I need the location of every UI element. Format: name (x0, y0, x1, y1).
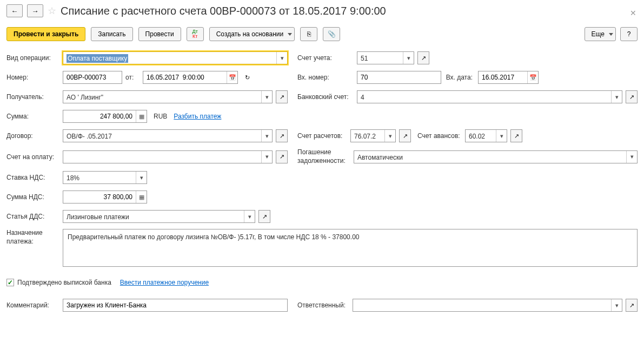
vat-sum-value[interactable] (63, 191, 136, 203)
post-button[interactable]: Провести (138, 27, 181, 41)
invoice-label: Счет на оплату: (6, 153, 59, 161)
dropdown-icon[interactable]: ▾ (611, 299, 622, 311)
calendar-icon[interactable]: 📅 (227, 71, 237, 83)
bank-account-input[interactable]: 4 ▾ (357, 90, 622, 103)
enter-payment-link[interactable]: Ввести платежное поручение (120, 279, 209, 286)
account-value: 51 (357, 52, 403, 64)
post-and-close-button[interactable]: Провести и закрыть (6, 27, 85, 41)
forward-button[interactable]: → (27, 4, 43, 17)
create-based-button[interactable]: Создать на основании (209, 27, 295, 41)
comment-label: Комментарий: (6, 301, 59, 309)
debt-value: Автоматически (354, 151, 626, 163)
split-payment-link[interactable]: Разбить платеж (174, 113, 221, 120)
operation-type-input[interactable]: Оплата поставщику ▾ (63, 51, 288, 64)
open-button[interactable]: ↗ (510, 129, 522, 142)
create-based-label: Создать на основании (216, 30, 284, 38)
confirmed-label: Подтверждено выпиской банка (17, 279, 111, 286)
invoice-value (63, 151, 261, 163)
purpose-label: Назначение платежа: (6, 229, 59, 246)
calculator-icon[interactable]: ▦ (136, 110, 147, 122)
bank-account-value: 4 (357, 91, 611, 103)
vat-sum-input[interactable]: ▦ (63, 191, 147, 203)
comment-input[interactable] (63, 299, 288, 312)
open-button[interactable]: ↗ (626, 299, 638, 312)
structure-button[interactable]: ⎘ (300, 27, 317, 41)
vat-sum-label: Сумма НДС: (6, 193, 59, 201)
responsible-label: Ответственный: (297, 301, 349, 309)
account-input[interactable]: 51 ▾ (357, 51, 414, 64)
open-button[interactable]: ↗ (276, 150, 288, 163)
settlement-acc-input[interactable]: 76.07.2 ▾ (350, 129, 396, 142)
purpose-input[interactable]: Предварительный платеж по договору лизин… (63, 229, 638, 267)
inc-number-label: Вх. номер: (297, 74, 354, 81)
dropdown-icon[interactable]: ▾ (244, 211, 255, 222)
dropdown-icon[interactable]: ▾ (626, 151, 637, 163)
vat-rate-input[interactable]: 18% ▾ (63, 171, 147, 184)
advance-acc-input[interactable]: 60.02 ▾ (465, 129, 507, 142)
dropdown-icon[interactable]: ▾ (276, 52, 287, 64)
from-label: от: (125, 74, 140, 81)
inc-date-input[interactable]: 📅 (478, 71, 539, 84)
settlement-acc-label: Счет расчетов: (297, 132, 347, 140)
invoice-input[interactable]: ▾ (63, 150, 273, 163)
save-button[interactable]: Записать (91, 27, 132, 41)
amount-value[interactable] (63, 110, 136, 122)
purpose-value: Предварительный платеж по договору лизин… (68, 233, 359, 241)
inc-date-label: Вх. дата: (444, 74, 475, 81)
currency-label: RUB (150, 113, 170, 120)
page-title: Списание с расчетного счета 00ВР-000073 … (61, 5, 638, 17)
dropdown-icon[interactable]: ▾ (261, 91, 272, 103)
open-button[interactable]: ↗ (276, 129, 288, 142)
more-button[interactable]: Еще (585, 27, 616, 41)
number-value[interactable] (63, 71, 122, 83)
back-button[interactable]: ← (6, 4, 23, 17)
contract-input[interactable]: ОВ/Ф- .05.2017 ▾ (63, 129, 273, 142)
comment-value[interactable] (63, 299, 287, 311)
date-input[interactable]: 📅 (143, 71, 238, 84)
vat-rate-value: 18% (63, 172, 136, 183)
amount-label: Сумма: (6, 113, 59, 120)
dropdown-icon[interactable]: ▾ (403, 52, 414, 64)
dropdown-icon[interactable]: ▾ (261, 130, 272, 142)
bank-account-label: Банковский счет: (297, 93, 354, 101)
open-button[interactable]: ↗ (417, 51, 429, 64)
advance-acc-label: Счет авансов: (414, 132, 462, 140)
debt-input[interactable]: Автоматически ▾ (354, 150, 638, 163)
advance-acc-value: 60.02 (466, 130, 496, 142)
open-button[interactable]: ↗ (399, 129, 411, 142)
attach-button[interactable]: 📎 (323, 27, 340, 41)
dropdown-icon[interactable]: ▾ (261, 151, 272, 163)
dropdown-icon[interactable]: ▾ (384, 130, 395, 142)
refresh-button[interactable]: ↻ (241, 71, 253, 84)
dropdown-icon[interactable]: ▾ (611, 91, 622, 103)
open-button[interactable]: ↗ (276, 90, 288, 103)
number-input[interactable] (63, 71, 122, 84)
dropdown-icon[interactable]: ▾ (136, 172, 147, 183)
favorite-icon[interactable]: ☆ (48, 5, 56, 17)
contract-label: Договор: (6, 132, 59, 140)
open-button[interactable]: ↗ (258, 210, 270, 223)
more-label: Еще (592, 30, 605, 38)
dropdown-icon[interactable]: ▾ (496, 130, 507, 142)
inc-date-value[interactable] (479, 71, 527, 83)
dds-input[interactable]: Лизинговые платежи ▾ (63, 210, 255, 223)
debt-label: Погашение задолженности: (297, 148, 350, 165)
confirmed-checkbox[interactable]: ✓ (6, 279, 14, 286)
responsible-value (353, 299, 611, 311)
open-button[interactable]: ↗ (626, 90, 638, 103)
dds-value: Лизинговые платежи (63, 211, 244, 222)
responsible-input[interactable]: ▾ (353, 299, 622, 312)
inc-number-value[interactable] (357, 71, 441, 83)
calculator-icon[interactable]: ▦ (136, 191, 147, 203)
dtkt-button[interactable]: ДтКт (187, 27, 204, 41)
close-icon[interactable]: ✕ (630, 9, 636, 17)
recipient-label: Получатель: (6, 93, 59, 101)
inc-number-input[interactable] (357, 71, 441, 84)
operation-type-value: Оплата поставщику (67, 54, 128, 63)
date-value[interactable] (143, 71, 227, 83)
recipient-input[interactable]: АО ' Лизинг" ▾ (63, 90, 273, 103)
help-button[interactable]: ? (620, 27, 638, 41)
calendar-icon[interactable]: 📅 (527, 71, 538, 83)
amount-input[interactable]: ▦ (63, 110, 147, 123)
account-label: Счет учета: (297, 54, 354, 62)
